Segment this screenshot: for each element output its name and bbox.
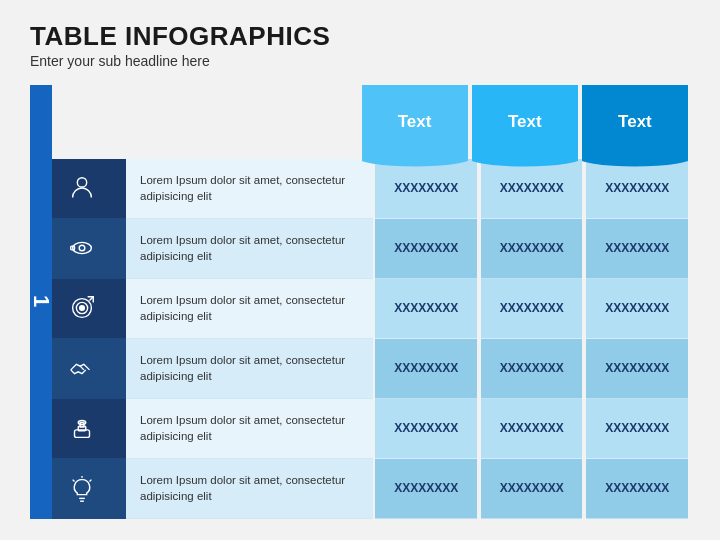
svg-point-2 <box>79 245 85 251</box>
data-rows: Lorem Ipsum dolor sit amet, consectetur … <box>126 159 690 519</box>
table-row: Lorem Ipsum dolor sit amet, consectetur … <box>126 339 690 399</box>
row-description-4: Lorem Ipsum dolor sit amet, consectetur … <box>126 339 373 399</box>
page: TABLE INFOGRAPHICS Enter your sub headli… <box>0 0 720 540</box>
cell-2-1: XXXXXXXX <box>375 219 477 279</box>
cell-1-2: XXXXXXXX <box>481 159 583 219</box>
table-wrapper: 1 <box>30 85 690 519</box>
cell-3-3: XXXXXXXX <box>586 279 688 339</box>
col-header-2: Text <box>472 85 578 159</box>
column-headers: Text Text Text <box>126 85 690 159</box>
page-title: TABLE INFOGRAPHICS <box>30 22 690 51</box>
person-icon <box>62 168 102 208</box>
cell-6-2: XXXXXXXX <box>481 459 583 519</box>
lightbulb-icon <box>62 469 102 509</box>
tools-icon <box>62 408 102 448</box>
table-row: Lorem Ipsum dolor sit amet, consectetur … <box>126 159 690 219</box>
cell-6-3: XXXXXXXX <box>586 459 688 519</box>
content-area: Text Text Text Lorem Ipsum dolor sit ame… <box>126 85 690 519</box>
cell-2-2: XXXXXXXX <box>481 219 583 279</box>
cell-5-3: XXXXXXXX <box>586 399 688 459</box>
table-row: Lorem Ipsum dolor sit amet, consectetur … <box>126 459 690 519</box>
cell-4-2: XXXXXXXX <box>481 339 583 399</box>
col-header-1: Text <box>362 85 468 159</box>
page-subtitle: Enter your sub headline here <box>30 53 690 69</box>
row-description-1: Lorem Ipsum dolor sit amet, consectetur … <box>126 159 373 219</box>
cell-4-3: XXXXXXXX <box>586 339 688 399</box>
row-description-2: Lorem Ipsum dolor sit amet, consectetur … <box>126 219 373 279</box>
header-spacer <box>126 85 360 159</box>
sidebar-number: 1 <box>30 85 52 519</box>
cell-5-2: XXXXXXXX <box>481 399 583 459</box>
svg-point-0 <box>77 178 86 187</box>
cell-1-3: XXXXXXXX <box>586 159 688 219</box>
svg-line-16 <box>73 479 75 481</box>
row-description-3: Lorem Ipsum dolor sit amet, consectetur … <box>126 279 373 339</box>
eye-icon <box>62 228 102 268</box>
cell-3-1: XXXXXXXX <box>375 279 477 339</box>
cell-3-2: XXXXXXXX <box>481 279 583 339</box>
handshake-icon <box>62 348 102 388</box>
cell-1-1: XXXXXXXX <box>375 159 477 219</box>
svg-point-6 <box>80 306 85 311</box>
svg-point-1 <box>73 242 92 253</box>
cell-5-1: XXXXXXXX <box>375 399 477 459</box>
table-row: Lorem Ipsum dolor sit amet, consectetur … <box>126 219 690 279</box>
sidebar: 1 <box>30 85 126 519</box>
svg-line-17 <box>90 479 92 481</box>
table-row: Lorem Ipsum dolor sit amet, consectetur … <box>126 399 690 459</box>
cell-6-1: XXXXXXXX <box>375 459 477 519</box>
table-row: Lorem Ipsum dolor sit amet, consectetur … <box>126 279 690 339</box>
cell-2-3: XXXXXXXX <box>586 219 688 279</box>
target-icon <box>62 288 102 328</box>
col-header-3: Text <box>582 85 688 159</box>
row-description-6: Lorem Ipsum dolor sit amet, consectetur … <box>126 459 373 519</box>
cell-4-1: XXXXXXXX <box>375 339 477 399</box>
row-description-5: Lorem Ipsum dolor sit amet, consectetur … <box>126 399 373 459</box>
svg-line-8 <box>80 366 84 370</box>
